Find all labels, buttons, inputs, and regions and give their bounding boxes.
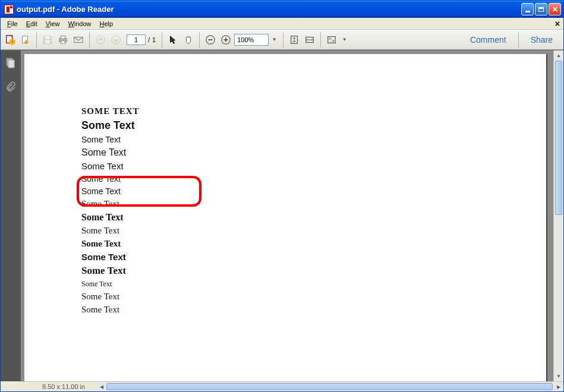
svg-rect-8: [61, 40, 65, 43]
text-line: Some Text: [81, 305, 546, 315]
menu-view[interactable]: View: [42, 19, 64, 29]
menu-file[interactable]: File: [3, 19, 22, 29]
toolbar-separator: [162, 32, 162, 48]
open-button[interactable]: [18, 33, 33, 47]
email-button[interactable]: [71, 33, 86, 47]
scroll-right-arrow-icon[interactable]: ▶: [553, 382, 563, 391]
content-area: SOME TEXT Some Text Some Text Some Text …: [1, 50, 563, 381]
toolbar-separator: [89, 32, 90, 48]
menu-edit[interactable]: Edit: [22, 19, 42, 29]
fit-width-button[interactable]: [303, 33, 317, 47]
read-mode-button[interactable]: [324, 33, 339, 47]
svg-rect-13: [209, 39, 213, 40]
page-up-button: [93, 33, 108, 47]
document-close-button[interactable]: ×: [555, 19, 560, 29]
text-line: Some Text: [81, 174, 546, 184]
menubar: File Edit View Window Help ×: [1, 18, 563, 30]
svg-rect-4: [45, 36, 49, 38]
scroll-thumb[interactable]: [106, 383, 553, 390]
save-button: [40, 33, 55, 47]
text-line: Some Text: [81, 119, 546, 132]
print-button[interactable]: [56, 33, 70, 47]
text-line: Some Text: [81, 292, 546, 302]
text-line: Some Text: [81, 252, 546, 262]
scroll-up-arrow-icon[interactable]: ▲: [554, 50, 563, 61]
page-number-control: / 1: [127, 34, 156, 45]
text-line: Some Text: [81, 265, 546, 277]
toolbar-separator: [320, 32, 321, 48]
maximize-button[interactable]: [535, 3, 547, 15]
horizontal-scrollbar[interactable]: 8.50 x 11.00 in ◀ ▶: [21, 381, 563, 391]
comment-button[interactable]: Comment: [462, 33, 515, 47]
page-dimensions: 8.50 x 11.00 in: [42, 383, 85, 390]
page-number-input[interactable]: [127, 34, 146, 45]
svg-point-11: [112, 35, 120, 43]
text-line: Some Text: [81, 135, 546, 144]
share-button[interactable]: Share: [522, 33, 561, 47]
page-down-button: [109, 33, 123, 47]
pdf-page: SOME TEXT Some Text Some Text Some Text …: [24, 54, 546, 381]
navigation-sidebar: [1, 50, 21, 381]
text-line: Some Text: [81, 280, 546, 289]
toolbar-separator: [36, 32, 37, 48]
zoom-input[interactable]: [234, 34, 269, 46]
svg-rect-21: [8, 60, 14, 68]
export-pdf-button[interactable]: [3, 33, 17, 47]
attachments-icon[interactable]: [4, 80, 17, 93]
menu-help[interactable]: Help: [96, 19, 118, 29]
page-total: 1: [152, 36, 156, 43]
zoom-in-button[interactable]: [219, 33, 233, 47]
vertical-scrollbar[interactable]: ▲ ▼: [553, 50, 563, 381]
text-line: Some Text: [81, 161, 546, 171]
page-shadow: SOME TEXT Some Text Some Text Some Text …: [24, 54, 547, 381]
document-viewport[interactable]: SOME TEXT Some Text Some Text Some Text …: [21, 50, 563, 381]
pdf-icon: [4, 5, 14, 14]
text-line: Some Text: [81, 239, 546, 249]
hand-tool-button[interactable]: [181, 33, 196, 47]
scroll-left-arrow-icon[interactable]: ◀: [96, 382, 106, 391]
tools-dropdown-button[interactable]: ▼: [340, 33, 349, 47]
toolbar-separator: [283, 32, 283, 48]
text-line: Some Text: [81, 147, 546, 158]
menu-window[interactable]: Window: [64, 19, 95, 29]
scroll-down-arrow-icon[interactable]: ▼: [554, 371, 563, 381]
svg-rect-7: [61, 36, 65, 38]
toolbar: / 1 ▼ ▼ Comment Sha: [1, 30, 563, 50]
close-button[interactable]: ✕: [549, 3, 561, 15]
svg-point-10: [96, 35, 105, 43]
text-line: SOME TEXT: [81, 106, 546, 116]
thumbnails-icon[interactable]: [4, 56, 17, 69]
window-controls: ✕: [521, 3, 561, 15]
toolbar-separator: [199, 32, 200, 48]
text-line: Some Text: [81, 226, 546, 236]
toolbar-separator: [518, 32, 519, 48]
svg-rect-16: [225, 37, 226, 42]
page-separator: /: [148, 36, 150, 43]
zoom-dropdown-button[interactable]: ▼: [270, 33, 279, 47]
text-line: Some Text: [81, 199, 546, 209]
select-tool-button[interactable]: [166, 33, 180, 47]
text-line: Some Text: [81, 212, 546, 223]
text-line: Some Text: [81, 186, 546, 196]
titlebar[interactable]: output.pdf - Adobe Reader ✕: [1, 1, 563, 18]
fit-page-button[interactable]: [287, 33, 301, 47]
minimize-button[interactable]: [521, 3, 534, 15]
zoom-out-button[interactable]: [203, 33, 218, 47]
window-title: output.pdf - Adobe Reader: [17, 5, 521, 14]
svg-rect-5: [45, 40, 49, 43]
scroll-thumb[interactable]: [555, 61, 562, 215]
app-window: output.pdf - Adobe Reader ✕ File Edit Vi…: [0, 0, 564, 392]
